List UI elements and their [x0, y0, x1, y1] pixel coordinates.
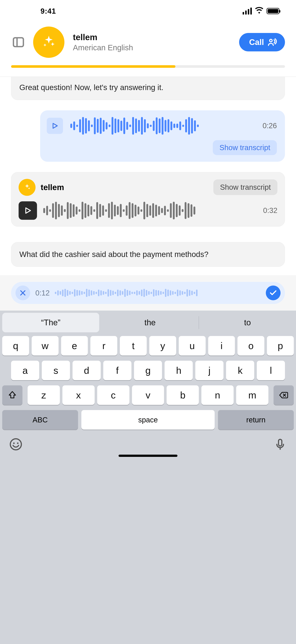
message-text: Great question! Now, let's try answering… [19, 82, 277, 93]
sparkle-icon [23, 183, 31, 192]
show-transcript-button[interactable]: Show transcript [213, 180, 278, 195]
key-w[interactable]: w [32, 336, 58, 356]
dictation-button[interactable] [274, 438, 287, 451]
key-f[interactable]: f [103, 361, 131, 380]
svg-point-2 [270, 39, 272, 42]
play-button[interactable] [47, 118, 63, 134]
suggestion[interactable]: “The” [2, 313, 99, 332]
suggestion-bar: “The” the to [0, 310, 296, 334]
header-subtitle: American English [73, 43, 232, 52]
key-n[interactable]: n [201, 385, 234, 405]
duration-label: 0:32 [263, 206, 278, 214]
return-key[interactable]: return [218, 410, 294, 430]
key-y[interactable]: y [149, 336, 176, 356]
composer-area: 0:12 [0, 275, 296, 310]
status-indicators [243, 7, 285, 15]
app-avatar [33, 26, 64, 58]
key-g[interactable]: g [134, 361, 162, 380]
svg-point-4 [13, 442, 14, 444]
key-d[interactable]: d [72, 361, 101, 380]
key-t[interactable]: t [120, 336, 147, 356]
key-v[interactable]: v [132, 385, 164, 405]
svg-rect-6 [279, 439, 282, 446]
sidebar-toggle-button[interactable] [11, 35, 26, 50]
waveform[interactable] [43, 202, 257, 220]
bot-avatar-small [18, 179, 35, 196]
svg-point-5 [17, 442, 18, 444]
recording-time: 0:12 [35, 289, 50, 297]
key-r[interactable]: r [90, 336, 117, 356]
key-o[interactable]: o [238, 336, 264, 356]
key-u[interactable]: u [179, 336, 206, 356]
send-recording-button[interactable] [266, 286, 281, 300]
bot-message: What did the cashier said about the paym… [11, 242, 285, 267]
header-title: tellem [73, 32, 232, 42]
status-time: 9:41 [11, 7, 56, 15]
key-h[interactable]: h [165, 361, 193, 380]
key-p[interactable]: p [267, 336, 294, 356]
home-indicator [0, 455, 296, 461]
wifi-icon [255, 7, 263, 15]
play-icon [51, 122, 58, 130]
key-z[interactable]: z [28, 385, 60, 405]
space-key[interactable]: space [81, 410, 215, 430]
key-x[interactable]: x [62, 385, 95, 405]
shift-key[interactable] [2, 385, 22, 405]
battery-icon [267, 8, 280, 14]
duration-label: 0:26 [263, 122, 277, 130]
backspace-key[interactable] [274, 385, 294, 405]
play-button[interactable] [18, 201, 37, 220]
key-c[interactable]: c [97, 385, 129, 405]
app-header: tellem American English Call [0, 22, 296, 62]
sparkle-icon [41, 34, 56, 50]
suggestion[interactable]: to [199, 310, 296, 334]
play-icon [24, 206, 32, 214]
recording-waveform [55, 289, 261, 297]
bot-message: Great question! Now, let's try answering… [11, 77, 285, 100]
progress-bar [11, 65, 285, 68]
key-i[interactable]: i [208, 336, 235, 356]
status-bar: 9:41 [0, 0, 296, 22]
key-q[interactable]: q [2, 336, 29, 356]
cancel-recording-button[interactable] [15, 286, 30, 300]
svg-point-3 [10, 439, 21, 450]
key-m[interactable]: m [236, 385, 268, 405]
user-voice-message: 0:26 Show transcript [40, 110, 285, 162]
shift-icon [7, 390, 17, 400]
key-j[interactable]: j [195, 361, 224, 380]
suggestion[interactable]: the [101, 310, 198, 334]
key-l[interactable]: l [257, 361, 285, 380]
cellular-icon [243, 8, 252, 14]
svg-rect-0 [13, 38, 23, 46]
check-icon [269, 289, 277, 297]
key-k[interactable]: k [226, 361, 254, 380]
bot-name: tellem [41, 183, 64, 192]
call-button[interactable]: Call [239, 33, 285, 52]
voice-composer: 0:12 [11, 282, 285, 304]
key-a[interactable]: a [11, 361, 39, 380]
key-e[interactable]: e [61, 336, 88, 356]
backspace-icon [279, 390, 289, 400]
keyboard: “The” the to qwertyuiop asdfghjkl zxcvbn… [0, 310, 296, 644]
key-b[interactable]: b [167, 385, 199, 405]
waveform[interactable] [70, 117, 255, 135]
emoji-button[interactable] [9, 438, 22, 451]
close-icon [19, 289, 26, 296]
abc-key[interactable]: ABC [2, 410, 78, 430]
key-s[interactable]: s [42, 361, 70, 380]
bot-voice-message: tellem Show transcript 0:32 [11, 172, 285, 226]
call-button-label: Call [249, 38, 264, 47]
show-transcript-button[interactable]: Show transcript [213, 140, 277, 155]
person-wave-icon [267, 38, 277, 47]
message-text: What did the cashier said about the paym… [19, 249, 277, 260]
chat-area: Great question! Now, let's try answering… [0, 77, 296, 267]
